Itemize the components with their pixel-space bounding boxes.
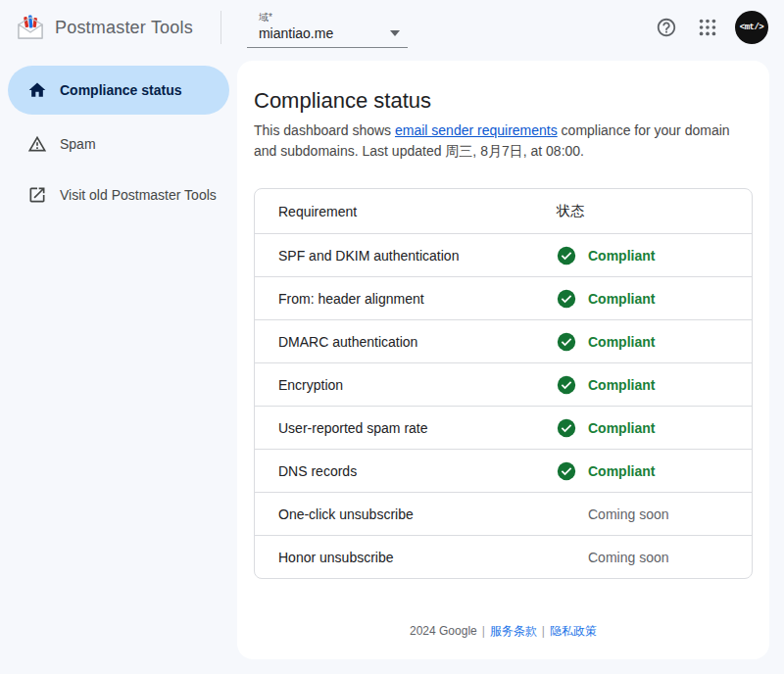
apps-grid-button[interactable] xyxy=(694,14,721,41)
sidebar-item-compliance-status[interactable]: Compliance status xyxy=(8,66,229,115)
terms-of-service-link[interactable]: 服务条款 xyxy=(490,624,537,638)
warning-icon xyxy=(27,134,47,154)
sidebar-item-label: Visit old Postmaster Tools xyxy=(60,187,217,203)
app-root: Postmaster Tools 域* miantiao.me <mt/> xyxy=(0,0,784,674)
page-description: This dashboard shows email sender requir… xyxy=(254,120,753,162)
requirement-cell: SPF and DKIM authentication xyxy=(255,248,557,264)
table-row: User-reported spam rate Compliant xyxy=(255,406,752,449)
status-column-header: 状态 xyxy=(557,203,752,220)
table-row: Encryption Compliant xyxy=(255,362,752,406)
status-label: Compliant xyxy=(588,334,655,350)
main-card: Compliance status This dashboard shows e… xyxy=(237,61,769,659)
domain-selector[interactable]: 域* miantiao.me xyxy=(247,7,408,48)
requirement-cell: DNS records xyxy=(255,463,557,479)
domain-selector-label: 域* xyxy=(259,11,400,24)
table-body: SPF and DKIM authentication Compliant Fr… xyxy=(255,233,752,578)
table-header-row: Requirement 状态 xyxy=(255,189,752,233)
status-label: Compliant xyxy=(588,377,655,393)
footer-separator: | xyxy=(482,624,485,638)
compliant-check-icon xyxy=(557,246,576,265)
status-label: Compliant xyxy=(588,463,655,479)
compliant-check-icon xyxy=(557,418,576,438)
status-cell: Coming soon xyxy=(557,505,752,524)
chevron-down-icon xyxy=(390,30,400,36)
status-label: Compliant xyxy=(588,291,655,307)
table-row: SPF and DKIM authentication Compliant xyxy=(255,233,752,276)
status-cell: Compliant xyxy=(557,375,752,395)
status-label: Compliant xyxy=(588,248,655,264)
compliant-check-icon xyxy=(557,289,576,309)
topbar: Postmaster Tools 域* miantiao.me <mt/> xyxy=(0,0,784,55)
page-title: Compliance status xyxy=(254,88,753,114)
compliant-check-icon xyxy=(557,461,576,481)
status-label: Compliant xyxy=(588,420,655,436)
content-area: Compliance status Spam Visit old Postmas… xyxy=(0,55,784,674)
requirement-cell: One-click unsubscribe xyxy=(255,506,557,522)
status-cell: Coming soon xyxy=(557,548,752,567)
privacy-policy-link[interactable]: 隐私政策 xyxy=(550,624,597,638)
apps-grid-icon xyxy=(697,17,718,38)
help-button[interactable] xyxy=(653,14,680,41)
footer-copyright: 2024 Google xyxy=(410,624,477,638)
requirement-cell: From: header alignment xyxy=(255,291,557,307)
status-cell: Compliant xyxy=(557,461,752,481)
requirement-cell: DMARC authentication xyxy=(255,334,557,350)
avatar[interactable]: <mt/> xyxy=(735,11,768,44)
compliant-check-icon xyxy=(557,332,576,352)
description-text: This dashboard shows xyxy=(254,122,395,138)
table-row: DMARC authentication Compliant xyxy=(255,319,752,362)
compliance-table: Requirement 状态 SPF and DKIM authenticati… xyxy=(254,188,753,579)
sidebar-item-visit-old-postmaster-tools[interactable]: Visit old Postmaster Tools xyxy=(0,173,237,217)
status-cell: Compliant xyxy=(557,246,752,265)
app-title: Postmaster Tools xyxy=(55,18,193,38)
sidebar-item-spam[interactable]: Spam xyxy=(0,122,237,166)
postmaster-tools-logo-icon xyxy=(16,13,45,42)
table-row: From: header alignment Compliant xyxy=(255,276,752,319)
status-cell: Compliant xyxy=(557,289,752,309)
home-icon xyxy=(27,80,47,100)
requirement-column-header: Requirement xyxy=(255,204,557,219)
sidebar-item-label: Compliance status xyxy=(60,82,181,98)
requirement-cell: User-reported spam rate xyxy=(255,420,557,436)
topbar-divider xyxy=(220,11,221,44)
table-row: DNS records Compliant xyxy=(255,449,752,492)
status-cell: Compliant xyxy=(557,332,752,352)
status-label: Coming soon xyxy=(588,506,669,522)
footer-separator: | xyxy=(542,624,545,638)
table-row: One-click unsubscribe Coming soon xyxy=(255,492,752,535)
help-icon xyxy=(656,17,677,38)
status-label: Coming soon xyxy=(588,550,669,565)
domain-selector-value: miantiao.me xyxy=(259,25,333,41)
card-footer: 2024 Google|服务条款|隐私政策 xyxy=(254,594,753,640)
open-in-new-icon xyxy=(27,185,47,205)
email-sender-requirements-link[interactable]: email sender requirements xyxy=(395,122,558,138)
requirement-cell: Honor unsubscribe xyxy=(255,550,557,565)
compliant-check-icon xyxy=(557,375,576,395)
status-cell: Compliant xyxy=(557,418,752,438)
table-row: Honor unsubscribe Coming soon xyxy=(255,535,752,578)
sidebar: Compliance status Spam Visit old Postmas… xyxy=(0,55,237,674)
requirement-cell: Encryption xyxy=(255,377,557,393)
sidebar-item-label: Spam xyxy=(60,136,96,152)
